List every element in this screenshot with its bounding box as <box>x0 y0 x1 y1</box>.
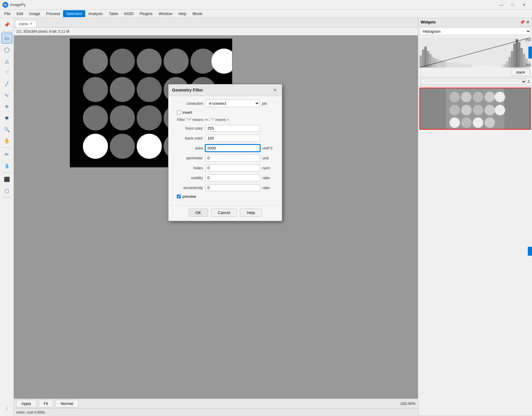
connection-select[interactable]: 4-connect 8-connect <box>206 100 260 107</box>
preview-row: preview <box>177 194 277 199</box>
perimeter-unit: unit <box>262 156 277 160</box>
area-input[interactable] <box>205 145 260 152</box>
connection-row: conection 4-connect 8-connect pix <box>173 100 277 107</box>
help-button[interactable]: Help <box>240 209 262 217</box>
perimeter-label: perimeter <box>173 156 203 160</box>
dialog-title-bar: Geometry Filter ✕ <box>168 84 282 96</box>
invert-row: invert <box>177 110 277 115</box>
holes-label: holes <box>173 166 203 170</box>
filter-hint: Filter: "+" means >=, "-" means < <box>177 118 277 122</box>
connection-unit: pix <box>262 101 277 106</box>
preview-checkbox[interactable] <box>177 194 181 198</box>
eccentricity-unit: ratio <box>262 185 277 190</box>
holes-input[interactable] <box>205 164 260 171</box>
back-color-label: back color <box>173 136 203 140</box>
invert-label: invert <box>183 110 192 115</box>
area-row: area unit^2 <box>173 145 277 152</box>
front-color-row: front color <box>173 125 277 132</box>
solidity-unit: ratio <box>262 176 277 180</box>
solidity-row: solidity ratio <box>173 174 277 181</box>
area-label: area <box>173 146 203 150</box>
back-color-input[interactable] <box>205 135 260 142</box>
eccentricity-input[interactable] <box>205 184 260 191</box>
area-unit: unit^2 <box>262 146 277 150</box>
front-color-input[interactable] <box>205 125 260 132</box>
ok-button[interactable]: OK <box>189 209 208 217</box>
perimeter-row: perimeter unit <box>173 155 277 161</box>
dialog-body: conection 4-connect 8-connect pix invert… <box>168 96 282 205</box>
connection-label: conection <box>173 101 203 106</box>
preview-label: preview <box>183 194 196 199</box>
dialog-title: Geometry Filter <box>172 88 272 92</box>
eccentricity-row: eccentricity ratio <box>173 184 277 191</box>
perimeter-input[interactable] <box>205 155 260 161</box>
invert-checkbox[interactable] <box>177 110 181 114</box>
cancel-button[interactable]: Cancel <box>211 209 237 217</box>
dialog-close-button[interactable]: ✕ <box>272 87 278 93</box>
eccentricity-label: eccentricity <box>173 185 203 190</box>
solidity-input[interactable] <box>205 174 260 181</box>
dialog-overlay: Geometry Filter ✕ conection 4-connect 8-… <box>0 0 532 416</box>
dialog-footer: OK Cancel Help <box>168 205 282 221</box>
back-color-row: back color <box>173 135 277 142</box>
geometry-filter-dialog: Geometry Filter ✕ conection 4-connect 8-… <box>168 84 282 221</box>
solidity-label: solidity <box>173 176 203 180</box>
holes-row: holes num <box>173 164 277 171</box>
holes-unit: num <box>262 166 277 170</box>
front-color-label: front color <box>173 126 203 131</box>
